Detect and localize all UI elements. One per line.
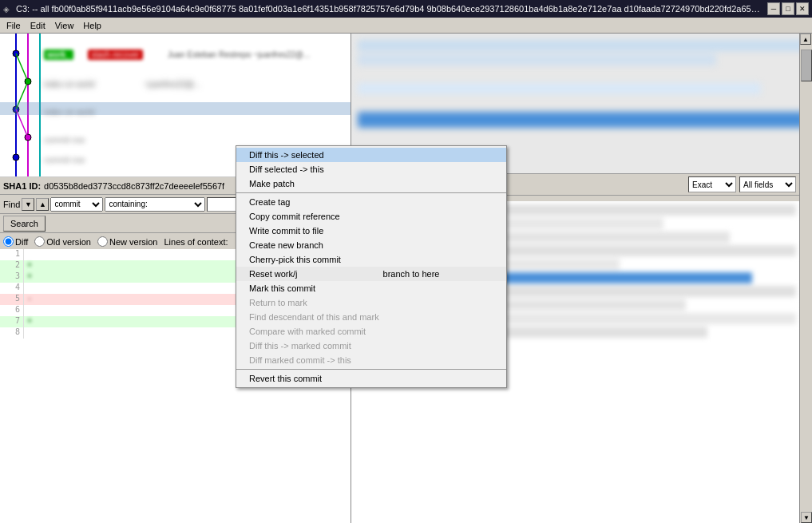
diff-line-num-3: 4 <box>0 283 24 294</box>
diff-line-content-7 <box>24 327 89 339</box>
diff-line-num-5: 6 <box>0 305 24 316</box>
ctx-item-diff-this-selected[interactable]: Diff this -> selected <box>236 148 506 162</box>
commit-info-1: index on work/ <box>44 80 95 89</box>
ctx-item-compare-marked: Compare with marked commit <box>236 324 506 339</box>
scroll-thumb[interactable] <box>801 50 812 81</box>
window-controls: ─ □ ✕ <box>767 2 809 15</box>
ctx-item-reset-branch[interactable]: Reset work/j branch to here <box>236 267 506 281</box>
commit-row-2[interactable]: index on work/ <box>0 105 351 118</box>
menu-bar: File Edit View Help <box>0 18 812 34</box>
ctx-item-return-to-mark: Return to mark <box>236 295 506 310</box>
diff-line-content-1: + <box>24 260 85 271</box>
diff-line-num-1: 2 <box>0 260 24 271</box>
diff-line-content-5 <box>24 305 89 316</box>
ctx-item-mark-commit[interactable]: Mark this commit <box>236 281 506 295</box>
search-button[interactable]: Search <box>3 216 46 232</box>
commit-info-3: commit row <box>44 136 85 145</box>
lines-of-context-label: Lines of context: <box>164 237 228 247</box>
diff-line-num-7: 8 <box>0 327 24 339</box>
find-containing-select[interactable]: containing: touching paths: adding/remov… <box>105 197 205 212</box>
radio-old[interactable] <box>34 236 45 247</box>
ctx-separator-0 <box>236 192 506 193</box>
menu-file[interactable]: File <box>2 19 26 32</box>
diff-line-content-0 <box>24 249 89 260</box>
scroll-down-button[interactable]: ▼ <box>801 512 812 523</box>
menu-edit[interactable]: Edit <box>26 19 50 32</box>
radio-old-label: Old version <box>34 236 91 247</box>
diff-line-num-6: 7 <box>0 316 24 327</box>
commit-date-1: ~juanfres22@... <box>144 80 200 89</box>
main-area: work_ stash-recover Juan Esteban Restrep… <box>0 34 812 523</box>
title-text: C3: -- all fb00f0ab85f9411acb9e56e9104a6… <box>13 4 767 14</box>
all-fields-select[interactable]: All fields Comments Committer <box>739 176 796 192</box>
radio-new-label: New version <box>97 236 158 247</box>
ctx-item-create-tag[interactable]: Create tag <box>236 195 506 209</box>
diff-line-content-2: + <box>24 271 85 283</box>
ctx-item-cherry-pick[interactable]: Cherry-pick this commit <box>236 252 506 267</box>
title-bar: ◈ C3: -- all fb00f0ab85f9411acb9e56e9104… <box>0 0 812 18</box>
diff-line-num-0: 1 <box>0 249 24 260</box>
commit-info-4: commit row <box>44 156 85 164</box>
find-label: Find <box>3 200 20 209</box>
minimize-button[interactable]: ─ <box>767 2 780 15</box>
exact-select[interactable]: Exact Regexp IgnCase <box>688 176 736 192</box>
commit-row-1[interactable]: index on work/ ~juanfres22@... <box>0 77 351 90</box>
right-scrollbar[interactable]: ▲ ▼ <box>799 34 812 523</box>
ctx-item-make-patch[interactable]: Make patch <box>236 176 506 191</box>
diff-line-content-4: - <box>24 294 85 305</box>
sha-value: d0535b8ded3773ccd8c873ff2c7deeeelef5567f <box>44 181 224 191</box>
app-icon: ◈ <box>3 5 10 14</box>
diff-line-num-4: 5 <box>0 294 24 305</box>
ctx-item-revert-commit[interactable]: Revert this commit <box>236 371 506 386</box>
sha-label: SHA1 ID: <box>3 181 41 191</box>
maximize-button[interactable]: □ <box>782 2 794 15</box>
diff-line-num-2: 3 <box>0 271 24 283</box>
ctx-item-write-commit-file[interactable]: Write commit to file <box>236 224 506 238</box>
radio-old-text: Old version <box>46 237 91 247</box>
commit-info-2: index on work/ <box>44 108 95 117</box>
ctx-item-diff-selected-this[interactable]: Diff selected -> this <box>236 162 506 176</box>
ctx-item-find-descendant: Find descendant of this and mark <box>236 310 506 324</box>
radio-new[interactable] <box>97 236 108 247</box>
diff-line-content-6: + <box>24 316 85 327</box>
find-type-select[interactable]: commit author committer <box>50 197 103 212</box>
menu-help[interactable]: Help <box>78 19 106 32</box>
right-top-blurred <box>351 34 812 152</box>
find-down-arrow[interactable]: ▼ <box>22 198 34 211</box>
radio-diff[interactable] <box>3 236 14 247</box>
find-up-arrow[interactable]: ▲ <box>36 198 49 211</box>
ctx-item-create-new-branch[interactable]: Create new branch <box>236 238 506 252</box>
branch-label-work: work_ <box>44 50 73 60</box>
scroll-up-button[interactable]: ▲ <box>800 34 811 45</box>
ctx-item-diff-marked: Diff this -> marked commit <box>236 339 506 353</box>
commit-row-3[interactable]: commit row <box>0 133 351 146</box>
commit-info-0: Juan Esteban Restrepo ~juanfres22@... <box>168 50 310 59</box>
radio-diff-label: Diff <box>3 236 28 247</box>
context-menu: Diff this -> selected Diff selected -> t… <box>236 145 507 388</box>
commit-row-0[interactable]: work_ stash-recover Juan Esteban Restrep… <box>0 48 351 61</box>
ctx-separator-1 <box>236 369 506 370</box>
ctx-item-diff-marked-this: Diff marked commit -> this <box>236 353 506 367</box>
menu-view[interactable]: View <box>50 19 79 32</box>
branch-label-stash: stash-recover <box>88 50 143 60</box>
diff-line-content-3 <box>24 283 89 294</box>
radio-new-text: New version <box>109 237 158 247</box>
close-button[interactable]: ✕ <box>796 2 809 15</box>
ctx-item-copy-commit-ref[interactable]: Copy commit reference <box>236 209 506 224</box>
radio-diff-text: Diff <box>15 237 28 247</box>
